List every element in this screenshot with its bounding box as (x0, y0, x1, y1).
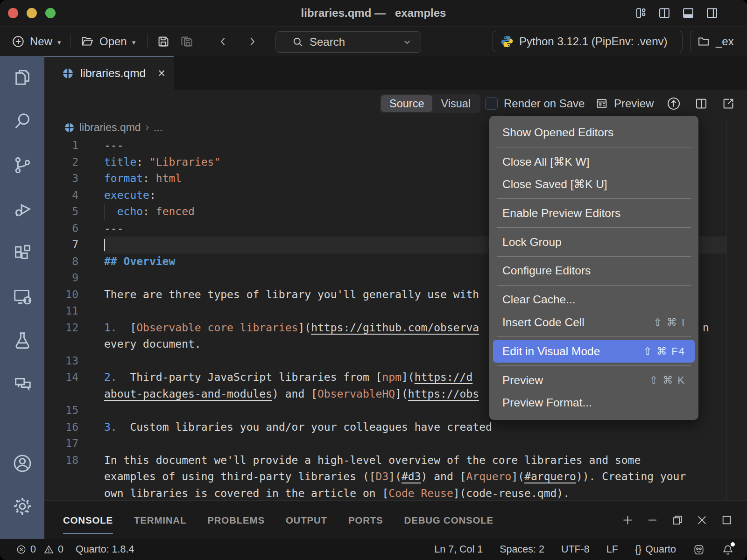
editor-tab-strip: libraries.qmd × (44, 56, 747, 90)
menu-item-shortcut: ⇧ ⌘ F4 (643, 345, 685, 357)
titlebar: libraries.qmd — _examples (0, 0, 747, 26)
code-line-16[interactable]: 163. Custom libraries you and/or your co… (44, 419, 747, 436)
line-number: 11 (44, 303, 78, 320)
settings-gear-icon[interactable] (11, 495, 34, 518)
toggle-secondary-sidebar-icon[interactable] (705, 6, 719, 20)
navigate-back-button[interactable] (217, 27, 229, 56)
notifications-bell-icon[interactable] (722, 544, 734, 556)
chevron-right-icon (246, 35, 258, 48)
panel-tab-problems[interactable]: PROBLEMS (207, 501, 265, 539)
panel-tab-console[interactable]: CONSOLE (63, 501, 113, 539)
menu-item-label: Enable Preview Editors (502, 207, 620, 220)
code-text[interactable]: In this document we'll provide a high-le… (104, 452, 726, 469)
activity-bar (0, 56, 44, 539)
code-line-wrap[interactable]: examples of using third-party libraries … (44, 469, 747, 485)
quarto-version-status[interactable]: Quarto: 1.8.4 (76, 544, 134, 555)
save-button[interactable] (156, 27, 170, 56)
code-line-wrap[interactable]: own libraries is covered in the article … (44, 485, 747, 502)
menu-item-label: Show Opened Editors (502, 126, 613, 139)
render-button[interactable] (666, 90, 681, 118)
chevron-down-icon: ▾ (57, 38, 61, 47)
render-on-save-checkbox[interactable] (485, 97, 498, 110)
problems-status[interactable]: 0 0 (16, 544, 63, 555)
code-text[interactable]: own libraries is covered in the article … (104, 485, 726, 502)
open-external-icon (721, 97, 735, 111)
chevron-down-icon (403, 38, 411, 46)
split-editor-button[interactable] (694, 90, 708, 118)
code-text[interactable] (104, 435, 726, 452)
global-search-input[interactable]: Search (275, 31, 421, 53)
panel-tab-ports[interactable]: PORTS (348, 501, 383, 539)
feedback-smiley-icon[interactable] (693, 544, 705, 556)
run-debug-icon[interactable] (11, 198, 34, 220)
extensions-icon[interactable] (11, 242, 34, 264)
menu-item-enable-preview-editors[interactable]: Enable Preview Editors (493, 202, 695, 224)
app-window: libraries.qmd — _examples New ▾ Open (0, 0, 747, 560)
encoding-status[interactable]: UTF-8 (561, 544, 590, 555)
warning-icon (43, 544, 54, 555)
menu-divider (497, 336, 691, 337)
panel-maximize-icon[interactable] (720, 514, 733, 526)
comments-icon[interactable] (11, 373, 34, 396)
eol-status[interactable]: LF (606, 544, 618, 555)
menu-item-preview-format[interactable]: Preview Format... (493, 392, 695, 414)
interpreter-selector-button[interactable]: Python 3.12.1 (PipEnv: .venv) (493, 31, 683, 52)
search-sidebar-icon[interactable] (11, 110, 34, 133)
line-number: 7 (44, 237, 78, 253)
tab-libraries-qmd[interactable]: libraries.qmd × (44, 56, 174, 90)
menu-item-edit-in-visual-mode[interactable]: Edit in Visual Mode⇧ ⌘ F4 (493, 340, 695, 363)
preview-report-icon (595, 97, 608, 110)
breadcrumb-more[interactable]: ... (154, 121, 162, 134)
editor-actions-context-menu: Show Opened EditorsClose All [⌘K W]Close… (489, 116, 698, 420)
menu-item-insert-code-cell[interactable]: Insert Code Cell⇧ ⌘ I (493, 311, 695, 334)
menu-item-clear-cache[interactable]: Clear Cache... (493, 288, 695, 311)
new-file-button[interactable]: New ▾ (12, 27, 61, 56)
source-control-icon[interactable] (11, 154, 34, 176)
toggle-panel-icon[interactable] (681, 6, 695, 20)
panel-tab-terminal[interactable]: TERMINAL (134, 501, 186, 539)
navigate-forward-button[interactable] (246, 27, 258, 56)
visual-mode-button[interactable]: Visual (432, 95, 479, 112)
code-text[interactable]: examples of using third-party libraries … (104, 469, 726, 485)
panel-minimize-icon[interactable] (646, 514, 659, 526)
menu-divider (497, 256, 691, 257)
save-all-button[interactable] (180, 27, 194, 56)
panel-close-icon[interactable] (696, 514, 708, 526)
explorer-icon[interactable] (11, 66, 34, 89)
tab-close-icon[interactable]: × (158, 67, 165, 80)
remote-explorer-icon[interactable] (11, 286, 34, 308)
code-line-17[interactable]: 17 (44, 435, 747, 452)
cursor-position-status[interactable]: Ln 7, Col 1 (434, 544, 483, 555)
open-file-button[interactable]: Open ▾ (80, 27, 135, 56)
panel-tab-output[interactable]: OUTPUT (286, 501, 327, 539)
code-line-18[interactable]: 18In this document we'll provide a high-… (44, 452, 747, 469)
panel-restore-icon[interactable] (671, 514, 684, 526)
menu-item-preview[interactable]: Preview⇧ ⌘ K (493, 369, 695, 392)
python-logo-icon (500, 35, 514, 48)
line-number (44, 336, 78, 353)
menu-item-configure-editors[interactable]: Configure Editors (493, 259, 695, 282)
language-mode-status[interactable]: {} Quarto (635, 544, 676, 555)
panel-tab-debug-console[interactable]: DEBUG CONSOLE (404, 501, 494, 539)
source-mode-button[interactable]: Source (381, 95, 432, 112)
menu-item-show-opened-editors[interactable]: Show Opened Editors (493, 121, 695, 144)
line-number: 18 (44, 452, 78, 469)
menu-item-close-all-k-w[interactable]: Close All [⌘K W] (493, 150, 695, 173)
save-icon (156, 35, 170, 49)
indentation-status[interactable]: Spaces: 2 (500, 544, 544, 555)
workspace-selector-button[interactable]: _ex (690, 31, 747, 52)
preview-button[interactable]: Preview (595, 90, 654, 118)
panel-add-icon[interactable] (621, 514, 634, 526)
code-text[interactable]: 3. Custom libraries you and/or your coll… (104, 419, 726, 436)
account-icon[interactable] (11, 452, 34, 475)
quarto-file-icon (62, 68, 74, 79)
split-editor-layout-icon[interactable] (657, 6, 671, 20)
braces-icon: {} (635, 544, 641, 555)
open-in-new-window-button[interactable] (721, 90, 735, 118)
testing-icon[interactable] (11, 329, 34, 352)
notification-dot (731, 542, 735, 546)
breadcrumb-file[interactable]: libraries.qmd (79, 121, 141, 134)
menu-item-close-saved-k-u[interactable]: Close Saved [⌘K U] (493, 173, 695, 196)
customize-layout-icon[interactable] (634, 6, 648, 20)
menu-item-lock-group[interactable]: Lock Group (493, 231, 695, 253)
